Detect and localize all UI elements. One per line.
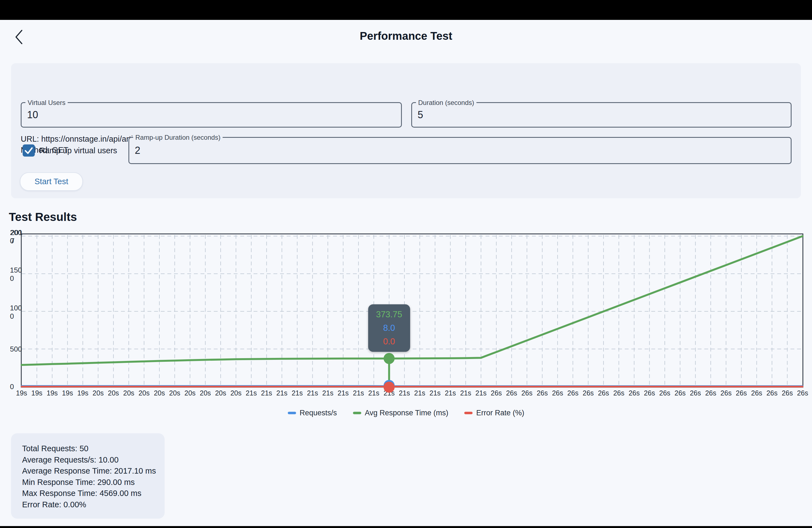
x-axis-tick-label: 20s [230, 389, 242, 397]
x-axis-tick-label: 26s [705, 389, 716, 397]
tooltip-response-value: 373.75 [376, 310, 402, 320]
x-axis-tick-label: 21s [261, 389, 272, 397]
x-axis-tick-label: 20s [185, 389, 195, 397]
legend-item: Avg Response Time (ms) [353, 409, 449, 417]
ramp-up-checkbox[interactable] [23, 144, 35, 157]
tooltip-error-value: 0.0 [383, 337, 395, 347]
x-axis-tick-label: 20s [200, 389, 211, 397]
x-axis-tick-label: 26s [736, 389, 747, 397]
x-axis-tick-label: 21s [414, 389, 425, 397]
legend-label: Avg Response Time (ms) [365, 409, 449, 417]
summary-avg-requests: Average Requests/s: 10.00 [22, 454, 154, 466]
x-axis-tick-label: 26s [766, 389, 778, 397]
tooltip-requests-value: 8.0 [383, 323, 395, 333]
y-axis-max-label-overlap: 2017 [11, 229, 23, 245]
x-axis-tick-label: 19s [16, 389, 27, 397]
response-time-line [21, 236, 802, 365]
x-axis-tick-label: 26s [613, 389, 624, 397]
x-axis-tick-label: 21s [292, 389, 303, 397]
duration-field: Duration (seconds) [411, 102, 792, 128]
y-axis-tick-label: 1000 [10, 304, 22, 320]
x-axis-tick-label: 26s [521, 389, 533, 397]
legend-item: Error Rate (%) [464, 409, 524, 417]
legend-item: Requests/s [288, 409, 337, 417]
x-axis-tick-label: 26s [751, 389, 762, 397]
ramp-up-duration-field: Ramp-up Duration (seconds) [128, 137, 792, 164]
x-axis-tick-label: 20s [169, 389, 180, 397]
ramp-up-checkbox-row: Ramp up virtual users [23, 144, 117, 157]
x-axis-tick-label: 26s [598, 389, 609, 397]
chart-plot-frame [21, 234, 803, 387]
x-axis-tick-label: 21s [368, 389, 379, 397]
x-axis-tick-label: 20s [215, 389, 226, 397]
test-config-card: URL: https://onnstage.in/api/artist/info… [11, 63, 801, 198]
x-axis-tick-label: 21s [460, 389, 471, 397]
chart-tooltip: 373.75 8.0 0.0 [368, 304, 410, 352]
performance-chart: 2000150010005000201719s19s19s19s19s20s20… [0, 224, 812, 406]
x-axis-tick-label: 26s [567, 389, 578, 397]
x-axis-tick-label: 26s [644, 389, 655, 397]
x-axis-tick-label: 26s [628, 389, 640, 397]
chart-legend: Requests/sAvg Response Time (ms)Error Ra… [0, 409, 812, 417]
x-axis-tick-label: 21s [307, 389, 318, 397]
summary-card: Total Requests: 50 Average Requests/s: 1… [11, 433, 164, 518]
selected-point-dot-error [383, 382, 395, 393]
x-axis-tick-label: 20s [92, 389, 104, 397]
x-axis-tick-label: 26s [659, 389, 670, 397]
x-axis-tick-label: 19s [31, 389, 42, 397]
x-axis-tick-label: 26s [797, 389, 808, 397]
duration-input[interactable] [418, 103, 758, 127]
summary-min-response: Min Response Time: 290.00 ms [22, 476, 154, 488]
ramp-up-checkbox-label: Ramp up virtual users [39, 146, 117, 155]
x-axis-tick-label: 26s [491, 389, 502, 397]
x-axis-tick-label: 26s [552, 389, 563, 397]
legend-label: Requests/s [300, 409, 337, 417]
legend-swatch-icon [353, 412, 361, 414]
x-axis-tick-label: 19s [47, 389, 58, 397]
virtual-users-field: Virtual Users [21, 102, 402, 128]
status-bar [0, 0, 812, 20]
page-title: Performance Test [0, 30, 812, 42]
x-axis-tick-label: 21s [322, 389, 333, 397]
legend-swatch-icon [464, 412, 473, 414]
x-axis-tick-label: 21s [246, 389, 257, 397]
y-axis-tick-label: 0 [10, 382, 14, 391]
x-axis-tick-label: 26s [782, 389, 793, 397]
x-axis-tick-label: 26s [537, 389, 548, 397]
x-axis-tick-label: 21s [445, 389, 456, 397]
x-axis-tick-label: 21s [399, 389, 410, 397]
header: Performance Test [0, 20, 812, 56]
summary-error-rate: Error Rate: 0.00% [22, 499, 154, 510]
x-axis-tick-label: 20s [123, 389, 134, 397]
y-axis-tick-label: 1500 [10, 266, 22, 282]
legend-swatch-icon [288, 412, 296, 414]
legend-label: Error Rate (%) [476, 409, 524, 417]
x-axis-tick-label: 26s [721, 389, 731, 397]
virtual-users-input[interactable] [27, 103, 369, 127]
x-axis-tick-label: 19s [62, 389, 73, 397]
x-axis-tick-label: 21s [337, 389, 349, 397]
start-test-button[interactable]: Start Test [20, 172, 83, 191]
bottom-bar [0, 526, 812, 528]
y-axis-tick-label: 500 [10, 345, 22, 353]
x-axis-tick-label: 26s [583, 389, 594, 397]
results-heading: Test Results [9, 210, 77, 224]
summary-avg-response: Average Response Time: 2017.10 ms [22, 465, 154, 476]
summary-total-requests: Total Requests: 50 [22, 443, 154, 454]
ramp-up-duration-input[interactable] [135, 138, 730, 163]
x-axis-tick-label: 26s [675, 389, 685, 397]
x-axis-tick-label: 21s [353, 389, 364, 397]
x-axis-tick-label: 19s [77, 389, 88, 397]
x-axis-tick-label: 26s [506, 389, 517, 397]
x-axis-tick-label: 20s [139, 389, 149, 397]
x-axis-tick-label: 21s [475, 389, 487, 397]
checkmark-icon [23, 144, 35, 157]
summary-max-response: Max Response Time: 4569.00 ms [22, 488, 154, 499]
selected-point-dot-response [383, 353, 395, 364]
x-axis-tick-label: 21s [276, 389, 288, 397]
x-axis-tick-label: 20s [154, 389, 165, 397]
x-axis-tick-label: 20s [108, 389, 119, 397]
x-axis-tick-label: 21s [430, 389, 440, 397]
x-axis-tick-label: 26s [690, 389, 701, 397]
